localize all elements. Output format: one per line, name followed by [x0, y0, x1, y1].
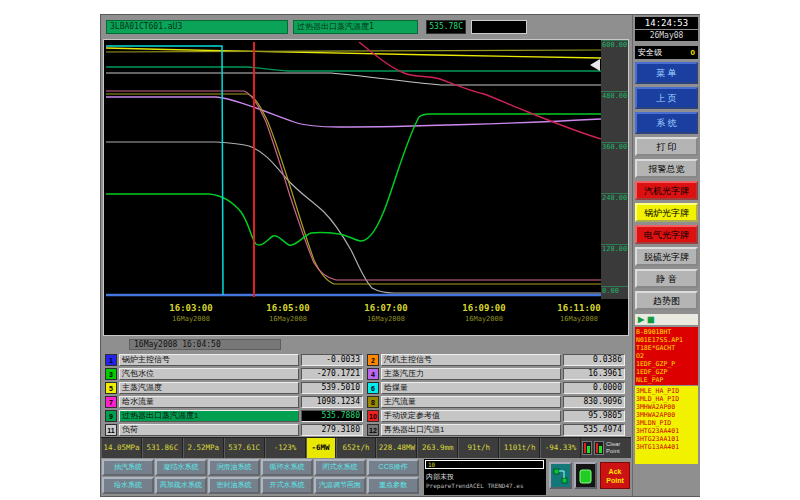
alarm-entry[interactable]: NLE_PAP: [636, 376, 697, 384]
sidebar-button[interactable]: 打 印: [635, 137, 698, 156]
alarm-entry[interactable]: 1EDF_GZP: [636, 368, 697, 376]
status-value: -94.33%: [540, 438, 581, 458]
pen-color-chip: 12: [367, 424, 379, 436]
system-button[interactable]: 高加疏水系统: [155, 477, 207, 494]
alarm-entry[interactable]: B-B901BHT: [636, 328, 697, 336]
toggle-indicator-icon[interactable]: [594, 441, 604, 455]
pen-11-load: [106, 142, 601, 293]
legend-column-left: 1锅炉主控信号-0.00333汽包水位-270.17215主蒸汽温度539.50…: [105, 354, 363, 438]
sidebar-button[interactable]: 系 统: [635, 112, 698, 134]
system-button[interactable]: 抽汽系统: [102, 459, 154, 476]
ack-point-button[interactable]: Ack Point: [600, 462, 630, 489]
legend-row[interactable]: 5主蒸汽温度539.5010: [105, 382, 363, 394]
alarm-entry[interactable]: 3MHWA2AP00: [636, 411, 697, 419]
pen-color-chip: 4: [367, 368, 379, 380]
pen-value: 539.5010: [301, 382, 363, 394]
pen-12-reheater-temp: [106, 73, 601, 85]
trend-tag-field[interactable]: 3LBA01CT601.aU3: [106, 20, 288, 34]
sidebar-button[interactable]: 趋势图: [635, 291, 698, 310]
message-input[interactable]: 10: [425, 460, 544, 469]
status-value: -6MW: [306, 438, 336, 458]
system-button[interactable]: 开式水系统: [261, 477, 313, 494]
pen-value: 535.4974: [563, 424, 625, 436]
alarm-entry[interactable]: 3MLDN_PID: [636, 419, 697, 427]
sidebar-button[interactable]: 上 页: [635, 87, 698, 109]
legend-row[interactable]: 11负荷279.3180: [105, 424, 363, 436]
y-axis-label: 360.00: [601, 142, 628, 152]
system-button[interactable]: 给水系统: [102, 477, 154, 494]
alarm-entry[interactable]: N01E17SS.AP1: [636, 336, 697, 344]
status-value: 228.48MW: [376, 438, 417, 458]
system-button[interactable]: 凝结水系统: [155, 459, 207, 476]
message-box: 10 内部未投 PrepareTrendACEL TREND47.es: [424, 459, 546, 495]
sidebar-button[interactable]: 菜 单: [635, 62, 698, 84]
legend-row[interactable]: 4主蒸汽压力16.3961: [367, 368, 625, 380]
display-button[interactable]: [574, 462, 597, 489]
sidebar-button[interactable]: 锅炉光字牌: [635, 203, 698, 222]
legend-row[interactable]: 3汽包水位-270.1721: [105, 368, 363, 380]
message-line-1: 内部未投: [426, 472, 454, 482]
trend-aux-field[interactable]: [471, 20, 527, 34]
green-bar-icon: [599, 446, 602, 453]
pen-6-coal-feed: [106, 46, 223, 295]
system-button[interactable]: 重点参数: [367, 477, 419, 494]
system-button[interactable]: 润滑油系统: [208, 459, 260, 476]
pen-label: 手动设定参考值: [381, 410, 561, 422]
alarm-entry[interactable]: 3HTG13AA401: [636, 443, 697, 451]
system-button[interactable]: 循环水系统: [261, 459, 313, 476]
pen-label: 过热器出口蒸汽温度1: [119, 410, 299, 422]
status-value: -123%: [265, 438, 306, 458]
pen-color-chip: 5: [105, 382, 117, 394]
pen-value: 830.9096: [563, 396, 625, 408]
toggle-indicator-icon[interactable]: [582, 441, 592, 455]
legend-row[interactable]: 12再热器出口汽温1535.4974: [367, 424, 625, 436]
network-button[interactable]: [549, 462, 572, 489]
dcs-trend-window: 3LBA01CT601.aU3 过热器出口蒸汽温度1 535.78C 600.0…: [100, 14, 700, 497]
system-button[interactable]: CCS操作: [367, 459, 419, 476]
marker-flag-icon[interactable]: ▦: [647, 315, 655, 324]
pen-color-chip: 3: [105, 368, 117, 380]
sidebar-button[interactable]: 报警总览: [635, 159, 698, 178]
system-button[interactable]: 闭式水系统: [314, 459, 366, 476]
legend-row[interactable]: 1锅炉主控信号-0.0033: [105, 354, 363, 366]
y-axis: 600.00480.00360.00240.00120.000.00: [601, 40, 628, 299]
marker-play-icon[interactable]: ▶: [638, 315, 644, 324]
alarm-entry[interactable]: 3HTG23AA401: [636, 427, 697, 435]
main-area: 3LBA01CT601.aU3 过热器出口蒸汽温度1 535.78C 600.0…: [101, 15, 631, 496]
safety-level-value: 0: [691, 46, 695, 59]
alarm-entry[interactable]: 3MLE_HA_PID: [636, 387, 697, 395]
legend-row[interactable]: 6给煤量0.0000: [367, 382, 625, 394]
sidebar-button[interactable]: 电气光字牌: [635, 225, 698, 244]
legend-row[interactable]: 2汽机主控信号0.0386: [367, 354, 625, 366]
pen-value: 95.9805: [563, 410, 625, 422]
trend-description-field[interactable]: 过热器出口蒸汽温度1: [293, 20, 418, 34]
alarm-list-red: B-B901BHTN01E17SS.AP1T18E*GACHTO21EDF_GZ…: [635, 327, 698, 385]
pen-label: 汽包水位: [119, 368, 299, 380]
sidebar-button[interactable]: 脱硫光字牌: [635, 247, 698, 266]
system-button[interactable]: 密封油系统: [208, 477, 260, 494]
alarm-entry[interactable]: T18E*GACHT: [636, 344, 697, 352]
alarm-entry[interactable]: O2: [636, 352, 697, 360]
pen-5-main-steam-temp: [106, 48, 601, 58]
alarm-entry[interactable]: 1EDF_GZP_P: [636, 360, 697, 368]
alarm-entry[interactable]: 3MHWA2AP00: [636, 403, 697, 411]
y-axis-label: 0.00: [601, 286, 628, 296]
pen-label: 给煤量: [381, 382, 561, 394]
alarm-entry[interactable]: 3HTG23AA101: [636, 435, 697, 443]
legend-row[interactable]: 10手动设定参考值95.9805: [367, 410, 625, 422]
system-button[interactable]: 汽温调节画面: [314, 477, 366, 494]
pen-color-chip: 10: [367, 410, 379, 422]
pen-value: 0.0000: [563, 382, 625, 394]
sidebar-button[interactable]: 汽机光字牌: [635, 181, 698, 200]
legend-row[interactable]: 9过热器出口蒸汽温度1535.7880: [105, 410, 363, 422]
pen-label: 汽机主控信号: [381, 354, 561, 366]
legend-row[interactable]: 7给水流量1098.1234: [105, 396, 363, 408]
legend-row[interactable]: 8主汽流量830.9096: [367, 396, 625, 408]
status-value: 91t/h: [458, 438, 499, 458]
sidebar-button[interactable]: 静 音: [635, 269, 698, 288]
status-value: 537.61C: [224, 438, 265, 458]
trend-plot[interactable]: [106, 42, 601, 297]
x-axis-time-label: 16:03:00: [169, 303, 212, 313]
status-value: 652t/h: [336, 438, 377, 458]
alarm-entry[interactable]: 3MLD_HA_PID: [636, 395, 697, 403]
